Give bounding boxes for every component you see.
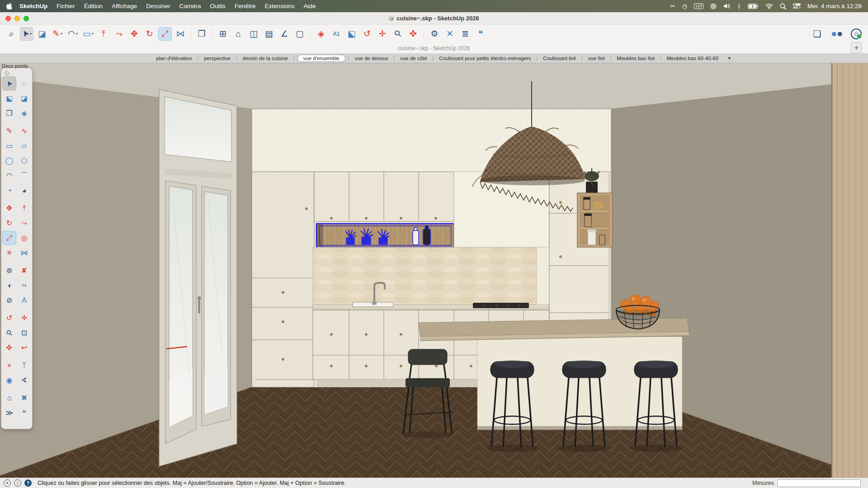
section-plane-tool[interactable]: ⊘ (2, 293, 16, 307)
house-component-tool[interactable]: ⌂ (231, 27, 245, 41)
3d-text-tool[interactable]: A (17, 293, 31, 307)
menu-item-0[interactable]: Fichier (52, 3, 80, 9)
menu-item-3[interactable]: Dessiner (142, 3, 175, 9)
door-swing-tool[interactable]: ∠ (278, 27, 291, 41)
cabinet-component-tool[interactable]: ▤ (262, 27, 276, 41)
scene-tab-6[interactable]: Coulissant pour petits électro-ménagers (436, 55, 533, 61)
components-tool[interactable]: ❐ (2, 106, 16, 120)
door-handle[interactable] (198, 296, 201, 314)
account-icon[interactable]: ☺ (851, 28, 862, 39)
search-icon[interactable] (780, 3, 786, 9)
select-tool[interactable]: ➤▾ (20, 27, 33, 41)
volume-icon[interactable] (723, 3, 731, 9)
info-icon[interactable]: i (14, 479, 21, 487)
scene-tab-5[interactable]: vue de côté (397, 55, 429, 61)
scene-tab-8[interactable]: vue îlot (585, 55, 608, 61)
open-shelf-niche-selected[interactable] (316, 224, 454, 247)
arc-2-point-tool[interactable]: ◠ (2, 169, 16, 183)
move-tool[interactable]: ✥ (2, 201, 16, 215)
lasso-tool[interactable]: ◌ (17, 76, 31, 90)
look-around-tool[interactable]: ◉ (2, 373, 16, 387)
push-pull-tool[interactable]: ⤒ (97, 27, 110, 41)
new-document-icon[interactable]: ❏ (813, 28, 821, 39)
rectangle-tool[interactable]: ▭ (2, 139, 16, 153)
tag-tool[interactable]: ◈ (17, 106, 31, 120)
chat-tool[interactable]: ❝ (474, 27, 487, 41)
protractor-tool[interactable]: ◖ (2, 278, 16, 292)
share-tool[interactable]: ≫ (2, 406, 16, 420)
rotated-rectangle-tool[interactable]: ▱ (17, 139, 31, 153)
previous-view-tool[interactable]: ↩ (17, 341, 31, 355)
scene-tab-1[interactable]: perspective (201, 55, 233, 61)
text-annotation-tool[interactable]: A1 (17, 278, 31, 292)
geolocation-icon[interactable]: ⌖ (4, 479, 11, 487)
scene-tab-9[interactable]: Meubles bas îlot (614, 55, 657, 61)
menu-item-2[interactable]: Affichage (107, 3, 142, 9)
polygon-tool[interactable]: ⬡ (17, 154, 31, 168)
flip-tool[interactable]: ⋈ (17, 246, 31, 260)
backsplash[interactable] (313, 247, 549, 305)
push-pull-tool[interactable]: ⤒ (17, 201, 31, 215)
pan-tool[interactable]: ✛ (17, 311, 31, 325)
rectangle-dropdown-icon[interactable]: ▾ (92, 32, 94, 36)
zoom-extents-tool[interactable]: ✜ (2, 341, 16, 355)
zoom-extents-tool[interactable]: ✜ (406, 27, 420, 41)
zoom-window-button[interactable] (24, 16, 29, 21)
3d-warehouse-tool[interactable]: ⌂ (2, 391, 16, 405)
zoom-tool[interactable]: ⚲ (391, 27, 405, 41)
offset-tool[interactable]: ◎ (17, 231, 31, 245)
eraser-tool[interactable]: ◪ (35, 27, 49, 41)
follow-me-tool[interactable]: ⤳ (112, 27, 126, 41)
field-of-view-tool[interactable]: ∢ (17, 373, 31, 387)
battery-icon[interactable] (748, 4, 759, 9)
line-tool[interactable]: ✎ (2, 124, 16, 138)
zoom-window-tool[interactable]: ⊡ (17, 326, 31, 340)
orbit-tool[interactable]: ↺ (2, 311, 16, 325)
freehand-tool[interactable]: ∿ (17, 124, 31, 138)
search-tool[interactable]: ⌕ (5, 27, 18, 41)
orbit-tool[interactable]: ↺ (360, 27, 374, 41)
rotate-tool[interactable]: ↻ (2, 216, 16, 230)
arc-center-tool[interactable]: ◔ (2, 183, 16, 197)
opening-component-tool[interactable]: ▢ (293, 27, 307, 41)
line-dropdown-icon[interactable]: ▾ (61, 32, 62, 36)
scene-tab-7[interactable]: Coulissant tiré (540, 55, 579, 61)
share-people-icon[interactable]: ☻☻ (830, 30, 842, 38)
left-tall-cabinet[interactable] (252, 172, 314, 387)
tape-measure-tool[interactable]: ⊚ (2, 263, 16, 277)
arc-3-point-tool[interactable]: ⌒ (17, 169, 31, 183)
axes-tool[interactable]: ✳ (2, 246, 16, 260)
upper-cabinets[interactable] (314, 172, 454, 221)
scene-tab-2[interactable]: dessin de la cuisine (240, 55, 291, 61)
flip-tool[interactable]: ⋈ (174, 27, 187, 41)
layers-tool[interactable]: ≣ (458, 27, 472, 41)
select-tool[interactable]: ➤ (2, 76, 16, 90)
bluetooth-icon[interactable]: ᛒ (737, 3, 741, 9)
menu-app-sketchup[interactable]: SketchUp (15, 3, 52, 9)
scene-tab-4[interactable]: vue de dessus (352, 55, 391, 61)
add-scene-button[interactable]: + (851, 42, 862, 53)
eraser-tool[interactable]: ◪ (17, 91, 31, 105)
menu-item-1[interactable]: Édition (80, 3, 107, 9)
chat-tool[interactable]: ❝ (17, 406, 31, 420)
paint-bucket-tool[interactable]: ⬕ (345, 27, 359, 41)
touch-id-icon[interactable] (710, 3, 717, 9)
walk-tool[interactable]: ᛉ (17, 358, 31, 372)
wood-beam[interactable] (831, 63, 868, 478)
follow-me-tool[interactable]: ⤳ (17, 216, 31, 230)
window-component-tool[interactable]: ⊞ (216, 27, 230, 41)
component-box-tool[interactable]: ❐ (195, 27, 208, 41)
help-icon[interactable]: ? (24, 479, 32, 487)
door-component-tool[interactable]: ◫ (247, 27, 260, 41)
palette-close-button[interactable] (5, 71, 9, 75)
scale-tool[interactable]: ⤢ (158, 27, 172, 41)
wifi-icon[interactable] (765, 3, 773, 9)
apple-menu-icon[interactable] (6, 3, 12, 9)
move-tool[interactable]: ✥ (127, 27, 141, 41)
line-tool[interactable]: ✎▾ (51, 27, 64, 41)
shortcuts-icon[interactable]: ✂ (670, 3, 675, 9)
french-door[interactable] (159, 89, 237, 466)
xray-tool[interactable]: ✕ (443, 27, 457, 41)
zoom-tool[interactable]: ⚲ (2, 326, 16, 340)
extension-warehouse-tool[interactable]: ✖ (17, 391, 31, 405)
